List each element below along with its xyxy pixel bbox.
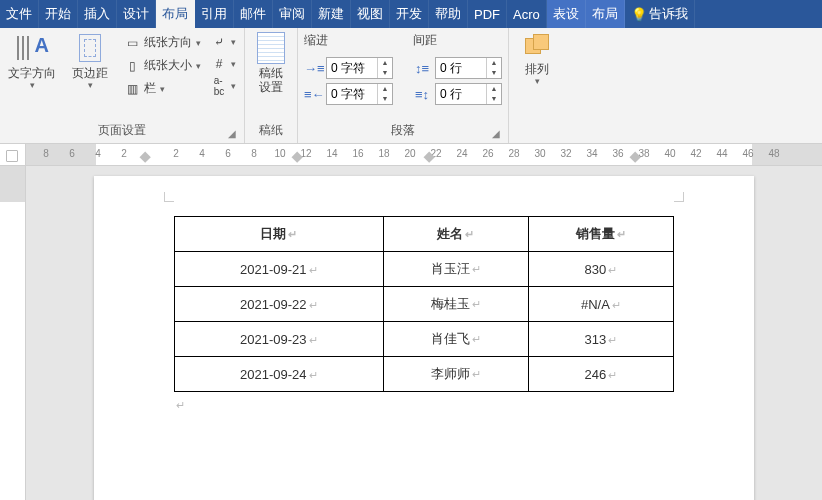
table-header-cell[interactable]: 销售量↵ [528, 217, 673, 252]
spacing-after-input[interactable] [436, 87, 486, 101]
spin-down[interactable]: ▼ [487, 94, 501, 104]
spin-down[interactable]: ▼ [378, 68, 392, 78]
table-row[interactable]: 2021-09-23↵肖佳飞↵313↵ [175, 322, 674, 357]
table-cell[interactable]: 梅桂玉↵ [383, 287, 528, 322]
table-cell[interactable]: 2021-09-23↵ [175, 322, 384, 357]
spin-down[interactable]: ▼ [378, 94, 392, 104]
chevron-down-icon: ▾ [535, 76, 540, 86]
tab-tell-me[interactable]: 💡 告诉我 [625, 0, 695, 28]
table-cell[interactable]: 2021-09-21↵ [175, 252, 384, 287]
ruler-corner[interactable] [0, 144, 25, 166]
table-header-cell[interactable]: 姓名↵ [383, 217, 528, 252]
lightbulb-icon: 💡 [631, 7, 645, 22]
gaozhi-button[interactable]: 稿纸 设置 [251, 32, 291, 95]
tab-acrobat[interactable]: Acro [507, 0, 547, 28]
tab-references[interactable]: 引用 [195, 0, 234, 28]
group-paragraph-label: 段落 [391, 123, 415, 137]
indent-header: 缩进 [304, 32, 393, 49]
tab-file[interactable]: 文件 [0, 0, 39, 28]
tab-new[interactable]: 新建 [312, 0, 351, 28]
tab-table-design[interactable]: 表设 [547, 0, 586, 28]
spin-up[interactable]: ▲ [487, 58, 501, 68]
ruler-number: 24 [456, 148, 467, 159]
table-cell[interactable]: 313↵ [528, 322, 673, 357]
indent-marker-left[interactable] [140, 152, 151, 163]
table-cell[interactable]: 李师师↵ [383, 357, 528, 392]
ruler-number: 48 [768, 148, 779, 159]
text-direction-icon: A [17, 32, 47, 64]
margins-button[interactable]: 页边距 ▾ [64, 32, 116, 90]
document-scroll[interactable]: 日期↵姓名↵销售量↵ 2021-09-21↵肖玉汪↵830↵2021-09-22… [26, 166, 822, 500]
horizontal-ruler[interactable]: 8642246810121416182022242628303234363840… [26, 144, 822, 166]
paper-size-label: 纸张大小 [144, 57, 192, 74]
ruler-number: 44 [716, 148, 727, 159]
chevron-down-icon: ▾ [231, 81, 236, 91]
tab-help[interactable]: 帮助 [429, 0, 468, 28]
ruler-number: 30 [534, 148, 545, 159]
table-cell[interactable]: #N/A↵ [528, 287, 673, 322]
vertical-ruler-column [0, 144, 26, 500]
columns-label: 栏 [144, 80, 156, 97]
table-cell[interactable]: 肖佳飞↵ [383, 322, 528, 357]
paragraph-mark: ↵ [176, 399, 185, 411]
columns-button[interactable]: ▥ 栏 ▾ [122, 78, 203, 99]
indent-left-input[interactable] [327, 61, 377, 75]
chevron-down-icon: ▾ [30, 80, 35, 90]
table-header-cell[interactable]: 日期↵ [175, 217, 384, 252]
spin-up[interactable]: ▲ [378, 58, 392, 68]
table-cell[interactable]: 2021-09-24↵ [175, 357, 384, 392]
spacing-before-input[interactable] [436, 61, 486, 75]
line-numbers-button[interactable]: # ▾ [209, 54, 238, 74]
spin-up[interactable]: ▲ [378, 84, 392, 94]
orientation-button[interactable]: ▭ 纸张方向 ▾ [122, 32, 203, 53]
tab-table-layout[interactable]: 布局 [586, 0, 625, 28]
tab-developer[interactable]: 开发 [390, 0, 429, 28]
ruler-number: 14 [326, 148, 337, 159]
spacing-after-spinner[interactable]: ▲▼ [435, 83, 502, 105]
document-page[interactable]: 日期↵姓名↵销售量↵ 2021-09-21↵肖玉汪↵830↵2021-09-22… [94, 176, 754, 500]
indent-left-icon: →≡ [304, 61, 322, 76]
spacing-header: 间距 [413, 32, 502, 49]
document-table[interactable]: 日期↵姓名↵销售量↵ 2021-09-21↵肖玉汪↵830↵2021-09-22… [174, 216, 674, 392]
vertical-ruler[interactable] [0, 166, 25, 500]
breaks-icon: ⤶ [211, 34, 227, 50]
chevron-down-icon: ▾ [196, 38, 201, 48]
tell-me-label: 告诉我 [649, 5, 688, 23]
ruler-number: 42 [690, 148, 701, 159]
tab-view[interactable]: 视图 [351, 0, 390, 28]
arrange-icon [523, 32, 551, 60]
spin-down[interactable]: ▼ [487, 68, 501, 78]
tab-insert[interactable]: 插入 [78, 0, 117, 28]
text-direction-button[interactable]: A 文字方向 ▾ [6, 32, 58, 90]
table-row[interactable]: 2021-09-22↵梅桂玉↵#N/A↵ [175, 287, 674, 322]
indent-left-spinner[interactable]: ▲▼ [326, 57, 393, 79]
tab-layout[interactable]: 布局 [156, 0, 195, 28]
indent-right-spinner[interactable]: ▲▼ [326, 83, 393, 105]
tab-pdf[interactable]: PDF [468, 0, 507, 28]
table-cell[interactable]: 肖玉汪↵ [383, 252, 528, 287]
table-row[interactable]: 2021-09-24↵李师师↵246↵ [175, 357, 674, 392]
orientation-icon: ▭ [124, 35, 140, 51]
spacing-before-spinner[interactable]: ▲▼ [435, 57, 502, 79]
arrange-button[interactable]: 排列 ▾ [515, 32, 559, 86]
tab-design[interactable]: 设计 [117, 0, 156, 28]
breaks-button[interactable]: ⤶ ▾ [209, 32, 238, 52]
tab-review[interactable]: 审阅 [273, 0, 312, 28]
paper-size-button[interactable]: ▯ 纸张大小 ▾ [122, 55, 203, 76]
spacing-before-icon: ↕≡ [413, 61, 431, 76]
workspace: 8642246810121416182022242628303234363840… [0, 144, 822, 500]
ruler-number: 6 [225, 148, 231, 159]
paragraph-launcher[interactable]: ◢ [492, 128, 500, 139]
tab-home[interactable]: 开始 [39, 0, 78, 28]
group-gaozhi: 稿纸 设置 稿纸 [245, 28, 298, 143]
table-cell[interactable]: 830↵ [528, 252, 673, 287]
page-setup-launcher[interactable]: ◢ [228, 128, 236, 139]
tab-mail[interactable]: 邮件 [234, 0, 273, 28]
indent-right-input[interactable] [327, 87, 377, 101]
table-row[interactable]: 2021-09-21↵肖玉汪↵830↵ [175, 252, 674, 287]
table-cell[interactable]: 2021-09-22↵ [175, 287, 384, 322]
hyphenation-button[interactable]: a-bc ▾ [209, 76, 238, 96]
table-cell[interactable]: 246↵ [528, 357, 673, 392]
hyphenation-icon: a-bc [211, 78, 227, 94]
spin-up[interactable]: ▲ [487, 84, 501, 94]
